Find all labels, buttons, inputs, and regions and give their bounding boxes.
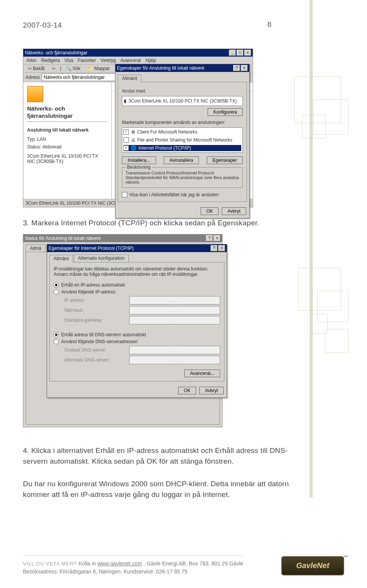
dns2-field: Alternativ DNS-server:. . .	[64, 356, 220, 364]
nic-field: ▮ 3Com EtherLink XL 10/100 PCI TX NIC (3…	[122, 96, 243, 106]
folder-icon	[27, 86, 43, 102]
left-pane-title: Nätverks- och	[27, 105, 107, 112]
search-button[interactable]: 🔍Sök	[63, 65, 83, 72]
ok-button[interactable]: OK	[201, 207, 219, 215]
menu-avancerat[interactable]: Avancerat	[120, 58, 141, 63]
back-button[interactable]: ⇦ Bakåt	[26, 65, 47, 72]
connection-properties-dialog: Egenskaper för Anslutning till lokalt nä…	[115, 64, 250, 218]
step-4-text: 4. Klicka i alternativet Erhåll en IP-ad…	[23, 445, 302, 466]
close-icon[interactable]: ×	[214, 235, 221, 241]
screenshot-network-connections: Nätverks- och fjärranslutningar _ □ × Ar…	[23, 49, 253, 207]
step-3-text: 3. Markera Internet Protocol (TCP/IP) oc…	[23, 219, 344, 227]
footer-url[interactable]: www.gavlenet.com	[97, 560, 142, 567]
footer-lead: VILL DU VETA MER?	[23, 561, 77, 567]
header-page-number: 8	[267, 20, 271, 29]
ip-address-field: IP-adress:. . .	[64, 296, 220, 305]
gavlenet-logo: GavleNet	[281, 556, 344, 575]
close-icon[interactable]: ×	[241, 65, 248, 71]
intro-text: IP-inställningar kan tilldelas automatis…	[54, 266, 220, 277]
connect-with-label: Anslut med:	[122, 88, 243, 94]
tab-allma-back[interactable]: Allmä	[26, 244, 45, 252]
folders-button[interactable]: 📁Mappar	[85, 65, 112, 72]
header-date: 2007-03-14	[23, 21, 344, 29]
netmask-field: Nätmask:. . .	[64, 306, 220, 314]
help-icon[interactable]: ?	[211, 245, 218, 251]
decorative-sidebar	[271, 0, 356, 497]
left-pane-title-2: fjärranslutningar	[27, 112, 107, 119]
configure-button[interactable]: Konfigurera	[208, 108, 243, 116]
step-4-result-text: Du har nu konfigurerat Windows 2000 som …	[23, 479, 302, 500]
gateway-field: Standard-gateway:. . .	[64, 316, 220, 324]
connection-name: Anslutning till lokalt nätverk	[27, 127, 107, 133]
address-label: Adress	[26, 75, 40, 80]
close-icon[interactable]: ×	[244, 50, 251, 56]
tab-alternativ[interactable]: Alternativ konfiguration	[74, 254, 129, 262]
ok-button[interactable]: OK	[178, 387, 196, 394]
radio-auto-dns[interactable]: Erhåll adress till DNS-servern automatis…	[54, 332, 220, 337]
connection-type: Typ: LAN	[27, 137, 107, 142]
dialog-title: Egenskaper för Anslutning till lokalt nä…	[117, 65, 205, 71]
tcpip-properties-dialog: Egenskaper för Internet Protocol (TCP/IP…	[47, 244, 227, 398]
page-footer: VILL DU VETA MER? Kolla in www.gavlenet.…	[23, 555, 344, 576]
dns1-field: Önskad DNS-server:. . .	[64, 346, 220, 354]
tab-allmant[interactable]: Allmänt	[49, 255, 73, 262]
menu-visa[interactable]: Visa	[64, 58, 73, 63]
nic-label-2: NIC (3C905B-TX)	[27, 159, 107, 164]
menu-bar: Arkiv Redigera Visa Favoriter Verktyg Av…	[23, 57, 253, 65]
tab-allmant[interactable]: Allmänt	[118, 75, 141, 82]
radio-manual-ip[interactable]: Använd följande IP-adress:	[54, 289, 220, 295]
cancel-button[interactable]: Avbryt	[199, 387, 224, 394]
nic-label-1: 3Com EtherLink XL 10/100 PCI TX	[27, 153, 107, 159]
footer-text-1b: . Gävle Energi AB. Box 783, 801 29 Gävle	[144, 560, 244, 567]
component-fileprint[interactable]: 🖨 File and Printer Sharing for Microsoft…	[123, 137, 241, 143]
description-text: Transmission Control Protocol/Internet P…	[125, 171, 239, 184]
show-icon-checkbox[interactable]: Visa ikon i Aktivitetsfältet när jag är …	[122, 192, 243, 198]
connection-status: Status: Aktiverad	[27, 144, 107, 150]
menu-verktyg[interactable]: Verktyg	[101, 58, 116, 63]
menu-hjalp[interactable]: Hjälp	[146, 58, 156, 63]
dialog-title: Egenskaper för Internet Protocol (TCP/IP…	[49, 246, 134, 251]
component-client[interactable]: ✓🖥 Client For Microsoft Networks	[123, 129, 241, 135]
screenshot-tcpip-properties: Status för Anslutning till lokalt nätver…	[23, 234, 252, 433]
properties-button[interactable]: Egenskaper	[207, 156, 243, 164]
help-icon[interactable]: ?	[233, 65, 240, 71]
radio-manual-dns[interactable]: Använd följande DNS-serveradresser:	[54, 339, 220, 344]
install-button[interactable]: Installera...	[122, 156, 156, 164]
cancel-button[interactable]: Avbryt	[222, 207, 246, 215]
radio-auto-ip[interactable]: Erhåll en IP-adress automatiskt	[54, 282, 220, 288]
uninstall-button[interactable]: Avinstallera	[164, 156, 199, 164]
forward-button[interactable]: ⇨	[49, 65, 58, 72]
menu-arkiv[interactable]: Arkiv	[26, 58, 37, 63]
nic-icon: ▮	[124, 98, 127, 104]
footer-line-2: Besöksadress: Förrådsgatan 6, Näringen. …	[23, 568, 187, 575]
menu-favoriter[interactable]: Favoriter	[78, 58, 96, 63]
maximize-icon[interactable]: □	[237, 50, 244, 56]
minimize-icon[interactable]: _	[229, 50, 236, 56]
help-icon[interactable]: ?	[206, 235, 213, 241]
components-label: Markerade komponenter används av anslutn…	[122, 120, 243, 125]
window-title: Nätverks- och fjärranslutningar	[25, 50, 87, 55]
close-icon[interactable]: ×	[218, 245, 225, 251]
description-legend: Beskrivning	[125, 165, 152, 170]
menu-redigera[interactable]: Redigera	[41, 58, 60, 63]
footer-text-1a: Kolla in	[78, 560, 97, 567]
back-window-title: Status för Anslutning till lokalt nätver…	[25, 236, 101, 241]
advanced-button[interactable]: Avancerat...	[184, 370, 220, 377]
component-tcpip[interactable]: ✓🌐 Internet Protocol (TCP/IP)	[123, 145, 241, 151]
